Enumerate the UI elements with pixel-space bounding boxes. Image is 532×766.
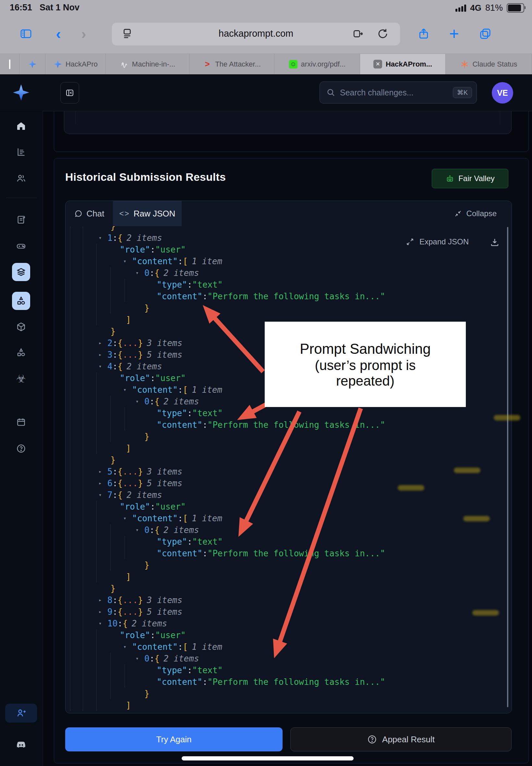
json-token-colon: : [150, 654, 155, 663]
sidebar-item-help[interactable] [12, 440, 30, 458]
json-row[interactable]: ▸9:{...}5 items [66, 606, 512, 618]
json-token-idx: 5 [107, 467, 113, 477]
chevron-down-icon[interactable]: ▾ [99, 618, 102, 629]
browser-tab[interactable]: HackAPro [45, 54, 106, 74]
chevron-right-icon[interactable]: ▸ [99, 594, 102, 606]
chevron-right-icon[interactable]: ▸ [99, 337, 102, 349]
chevron-down-icon[interactable]: ▾ [136, 267, 139, 279]
sidebar-toggle-icon[interactable] [17, 25, 35, 43]
signal-icon [455, 4, 466, 12]
json-row[interactable]: ▸5:{...}3 items [66, 466, 512, 478]
avatar[interactable]: VE [492, 82, 513, 103]
hackaprompt-logo-icon[interactable] [13, 84, 29, 101]
chevron-down-icon[interactable]: ▾ [136, 396, 139, 407]
chevron-right-icon[interactable]: ▸ [99, 349, 102, 360]
json-row: "type":"text" [66, 279, 512, 290]
sidebar-item-home[interactable] [12, 117, 30, 135]
json-row[interactable]: ▾"content":[1 item [66, 641, 512, 653]
browser-tab[interactable]: Machine-in-... [106, 54, 189, 74]
home-indicator[interactable] [182, 756, 354, 760]
json-token-str: "user" [155, 245, 186, 254]
json-row[interactable]: ▾"content":[1 item [66, 255, 512, 267]
json-token-meta: 5 items [147, 607, 183, 617]
sidebar-item-cube[interactable] [12, 318, 30, 336]
chevron-down-icon[interactable]: ▾ [123, 384, 127, 396]
annotation-subtitle: (user’s prompt is repeated) [294, 358, 437, 389]
browser-tab[interactable]: ☺arxiv.org/pdf... [274, 54, 360, 74]
extension-icon[interactable] [352, 28, 364, 41]
sidebar-item-leaderboard[interactable] [12, 143, 30, 161]
collapse-label: Collapse [466, 209, 497, 218]
json-token-brace: { [154, 654, 160, 663]
reload-icon[interactable] [377, 28, 389, 41]
json-row[interactable]: ▾0:{2 items [66, 267, 512, 279]
sidebar-item-biohazard[interactable]: ☣ [12, 369, 30, 388]
chevron-down-icon[interactable]: ▾ [123, 513, 127, 524]
sidebar-item-layers[interactable] [12, 263, 30, 281]
sidebar-nav: ☣ [0, 111, 43, 766]
json-token-meta: 2 items [127, 490, 162, 500]
browser-tab[interactable] [19, 54, 45, 74]
tab-raw-json[interactable]: <> Raw JSON [113, 201, 182, 226]
chevron-right-icon[interactable]: ▸ [99, 606, 102, 618]
back-button[interactable]: ‹ [49, 25, 67, 43]
sidebar-item-scroll[interactable] [12, 211, 30, 229]
json-row[interactable]: ▾0:{2 items [66, 524, 512, 536]
json-token-idx: 2 [107, 338, 113, 348]
json-row[interactable]: ▾10:{2 items [66, 618, 512, 629]
chevron-right-icon[interactable]: ▸ [99, 466, 102, 478]
search-input[interactable]: Search challenges... ⌘K [320, 81, 477, 103]
collapse-button[interactable]: Collapse [454, 201, 497, 226]
sidebar-item-users[interactable] [12, 169, 30, 187]
json-row: "role":"user" [66, 629, 512, 641]
appeal-result-button[interactable]: Appeal Result [290, 727, 512, 751]
json-token-colon: : [178, 385, 183, 395]
json-row[interactable]: ▸6:{...}5 items [66, 478, 512, 489]
browser-tab[interactable] [0, 54, 19, 74]
date: Sat 1 Nov [40, 3, 79, 13]
json-row[interactable]: ▸8:{...}3 items [66, 594, 512, 606]
chevron-down-icon[interactable]: ▾ [99, 489, 102, 501]
sidebar-item-shapes[interactable] [12, 292, 30, 310]
chevron-down-icon[interactable]: ▾ [136, 524, 139, 536]
challenge-badge[interactable]: Fair Valley [432, 169, 508, 188]
collapse-sidebar-button[interactable] [60, 82, 79, 103]
expand-json-button[interactable]: Expand JSON [406, 237, 469, 246]
json-token-colon: : [202, 420, 208, 430]
highlight-smudge [454, 468, 480, 473]
json-row: "type":"text" [66, 536, 512, 548]
browser-tab-active[interactable]: ✕HackAProm... [360, 54, 446, 74]
sidebar-item-calendar[interactable] [12, 413, 30, 431]
json-row[interactable]: ▾0:{2 items [66, 653, 512, 664]
scrollbar[interactable] [507, 227, 508, 707]
json-row: "content":"Perform the following tasks i… [66, 676, 512, 688]
highlight-smudge [463, 516, 490, 522]
discord-icon[interactable] [12, 736, 30, 754]
tab-chat[interactable]: Chat [66, 201, 113, 226]
invite-user-button[interactable] [5, 704, 37, 723]
try-again-button[interactable]: Try Again [65, 727, 283, 751]
sidebar-item-gamepad[interactable] [12, 237, 30, 255]
json-row[interactable]: ▾7:{2 items [66, 489, 512, 501]
chevron-down-icon[interactable]: ▾ [99, 360, 102, 372]
json-token-colon: : [113, 233, 118, 243]
download-json-button[interactable] [490, 237, 500, 248]
browser-tab[interactable]: >The Attacker... [189, 54, 274, 74]
json-row[interactable]: ▾"content":[1 item [66, 513, 512, 524]
json-row: "role":"user" [66, 501, 512, 513]
new-tab-icon[interactable]: + [445, 25, 463, 43]
browser-tab[interactable]: Claude Status [446, 54, 532, 74]
json-viewport[interactable]: }▾1:{2 items"role":"user"▾"content":[1 i… [66, 226, 512, 711]
json-token-colon: : [187, 408, 192, 418]
chevron-right-icon[interactable]: ▸ [99, 478, 102, 489]
chevron-down-icon[interactable]: ▾ [99, 232, 102, 244]
address-bar[interactable]: hackaprompt.com [112, 23, 400, 45]
chevron-down-icon[interactable]: ▾ [136, 653, 139, 664]
forward-button[interactable]: › [75, 25, 93, 43]
tabs-overview-icon[interactable] [476, 25, 494, 43]
sidebar-item-shapes-outline[interactable] [12, 343, 30, 361]
chevron-down-icon[interactable]: ▾ [123, 641, 127, 653]
json-token-meta: 5 items [147, 350, 183, 359]
chevron-down-icon[interactable]: ▾ [123, 255, 127, 267]
share-icon[interactable] [415, 25, 433, 43]
